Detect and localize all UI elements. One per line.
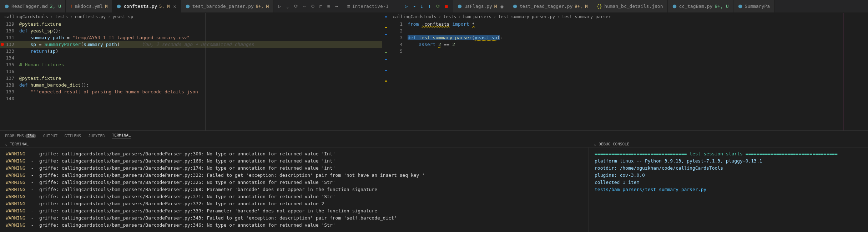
code-line[interactable]: 130def yeast_sp():: [0, 27, 388, 34]
line-number: 5: [388, 48, 408, 55]
svg-point-2: [186, 4, 190, 8]
code-area-left[interactable]: 129@pytest.fixture130def yeast_sp():131 …: [0, 21, 388, 102]
tab-summarypa[interactable]: SummaryPa: [733, 0, 774, 12]
back-icon[interactable]: ↶: [303, 4, 306, 9]
terminal-line: WARNING - griffe: callingcardstools/bam_…: [6, 179, 583, 186]
code-line[interactable]: 1from .conftests import *: [388, 21, 868, 27]
panel-tab-jupyter[interactable]: JUPYTER: [88, 134, 105, 138]
breadcrumb-item[interactable]: callingCardsTools: [4, 14, 48, 19]
code-line[interactable]: 4 assert 2 == 2: [388, 41, 868, 48]
restart-icon[interactable]: ⟳: [436, 4, 440, 9]
code-line[interactable]: 139 """expected result of parsing the hu…: [0, 88, 388, 95]
code-line[interactable]: 133 return(sp): [0, 48, 388, 55]
interactive-tab[interactable]: ≡ Interactive-1: [343, 0, 400, 12]
breadcrumb-item[interactable]: tests: [443, 14, 456, 19]
terminal-line: WARNING - griffe: callingcardstools/bam_…: [6, 172, 583, 179]
code-line[interactable]: 138def human_barcode_dict():: [0, 82, 388, 88]
debug-console-header: ⌄ DEBUG CONSOLE: [589, 141, 868, 148]
debug-icon[interactable]: ⟳: [294, 4, 298, 9]
repeat-icon[interactable]: ⟲: [311, 4, 314, 9]
breadcrumb-item[interactable]: tests: [55, 14, 68, 19]
panel-tab-gitlens[interactable]: GITLENS: [65, 134, 81, 138]
code-line[interactable]: 134: [0, 55, 388, 61]
debug-console-pane[interactable]: ================================= test s…: [589, 148, 868, 232]
panel-tab-terminal[interactable]: TERMINAL: [112, 133, 131, 139]
line-number: 131: [0, 34, 19, 41]
terminal-line: WARNING - griffe: callingcardstools/bam_…: [6, 186, 583, 193]
tab-readtagger-md[interactable]: ReadTagger.md 2, U: [0, 0, 66, 12]
tab-test-barcode-parser-py[interactable]: test_barcode_parser.py 9+, M: [181, 0, 273, 12]
code-line[interactable]: 2: [388, 27, 868, 34]
close-icon[interactable]: ●: [500, 4, 503, 9]
debug-console-line: collected 1 item: [595, 179, 862, 186]
terminal-pane[interactable]: WARNING - griffe: callingcardstools/bam_…: [0, 148, 589, 232]
breadcrumb-item[interactable]: bam_parsers: [463, 14, 491, 19]
breadcrumb-item[interactable]: callingCardsTools: [393, 14, 436, 19]
step-out-icon[interactable]: ↑: [428, 4, 431, 9]
debug-console-line: rootdir: /home/oguzkhan/code/callingCard…: [595, 165, 862, 172]
breakpoint-icon[interactable]: [0, 41, 4, 48]
tab-usflags-py[interactable]: usFlags.py M●: [453, 0, 508, 12]
minimap-left[interactable]: [382, 13, 388, 130]
code-line[interactable]: 137@pytest.fixture: [0, 75, 388, 82]
code-line[interactable]: 5: [388, 48, 868, 55]
tabs-right-group: usFlags.py M●test_read_tagger.py 9+, M{}…: [453, 0, 868, 12]
breadcrumb-item[interactable]: conftests.py: [75, 14, 106, 19]
tab-human-bc-details-json[interactable]: {} human_bc_details.json: [592, 0, 667, 12]
code-line[interactable]: 131 summary_path = "temp/AY53-1_T1_tagge…: [0, 34, 388, 41]
code-line[interactable]: 136: [0, 68, 388, 75]
line-number: 137: [0, 75, 19, 82]
code-line[interactable]: 3def test_summary_parser(yeast_sp):: [388, 34, 868, 41]
line-number: 129: [0, 21, 19, 27]
breadcrumb-item[interactable]: test_summary_parser: [562, 14, 611, 19]
step-over-icon[interactable]: ↷: [413, 4, 415, 9]
tab-label: conftests.py: [123, 4, 157, 9]
step-into-icon[interactable]: ↓: [420, 4, 423, 9]
terminal-line: WARNING - griffe: callingcardstools/bam_…: [6, 215, 583, 222]
code-area-right[interactable]: 1from .conftests import *23def test_summ…: [388, 21, 868, 55]
split-icon[interactable]: ◫: [319, 4, 322, 9]
tab-label: test_barcode_parser.py: [192, 4, 254, 9]
code-line[interactable]: 129@pytest.fixture: [0, 21, 388, 27]
svg-point-6: [738, 4, 742, 8]
debug-console-line: plugins: cov-3.0.0: [595, 172, 862, 179]
chevron-down-icon[interactable]: ⌄: [286, 4, 289, 9]
stop-icon[interactable]: ■: [445, 4, 448, 9]
tab-label: ReadTagger.md: [11, 4, 48, 9]
play-icon[interactable]: ▷: [278, 4, 281, 9]
continue-icon[interactable]: ▷: [405, 4, 408, 9]
tab-mod-badge: 9+, M: [256, 4, 269, 9]
terminal-line: WARNING - griffe: callingcardstools/bam_…: [6, 193, 583, 200]
debug-console-title: DEBUG CONSOLE: [599, 142, 629, 146]
breadcrumb-sep: ›: [439, 14, 441, 19]
breadcrumb-right[interactable]: callingCardsTools›tests›bam_parsers›test…: [388, 13, 868, 21]
more-icon[interactable]: ⋯: [335, 4, 338, 9]
tab-label: human_bc_details.json: [604, 4, 663, 9]
chevron-down-icon[interactable]: ⌄: [5, 142, 7, 146]
panel-tab-problems[interactable]: PROBLEMS734: [5, 134, 36, 138]
terminal-header: ⌄ TERMINAL: [0, 141, 589, 148]
line-number: 130: [0, 27, 19, 34]
code-line[interactable]: 132 sp = SummaryParser(summary_path) You…: [0, 41, 388, 48]
tab-label: SummaryPa: [745, 4, 770, 9]
line-number: 139: [0, 88, 19, 95]
line-number: 135: [0, 61, 19, 68]
tab-conftests-py[interactable]: conftests.py 5, M×: [112, 0, 181, 12]
code-line[interactable]: 135# Human fixtures --------------------…: [0, 61, 388, 68]
breadcrumb-item[interactable]: test_summary_parser.py: [498, 14, 555, 19]
code-line[interactable]: 140: [0, 95, 388, 102]
problems-badge: 734: [25, 134, 36, 138]
tab-cc-tagbam-py[interactable]: cc_tagBam.py 9+, U: [668, 0, 733, 12]
panel-tab-output[interactable]: OUTPUT: [43, 134, 57, 138]
line-number: 3: [388, 34, 408, 41]
line-number: 138: [0, 82, 19, 88]
breadcrumb-left[interactable]: callingCardsTools›tests›conftests.py›yea…: [0, 13, 388, 21]
chevron-down-icon[interactable]: ⌄: [594, 142, 596, 146]
breadcrumb-item[interactable]: yeast_sp: [112, 14, 133, 19]
tab-mkdocs-yml[interactable]: ! mkdocs.yml M: [66, 0, 112, 12]
tab-test-read-tagger-py[interactable]: test_read_tagger.py 9+, M: [508, 0, 592, 12]
breadcrumb-sep: ›: [557, 14, 560, 19]
grid-icon[interactable]: ⊞: [327, 4, 330, 9]
terminal-line: WARNING - griffe: callingcardstools/bam_…: [6, 150, 583, 158]
close-icon[interactable]: ×: [173, 4, 176, 9]
